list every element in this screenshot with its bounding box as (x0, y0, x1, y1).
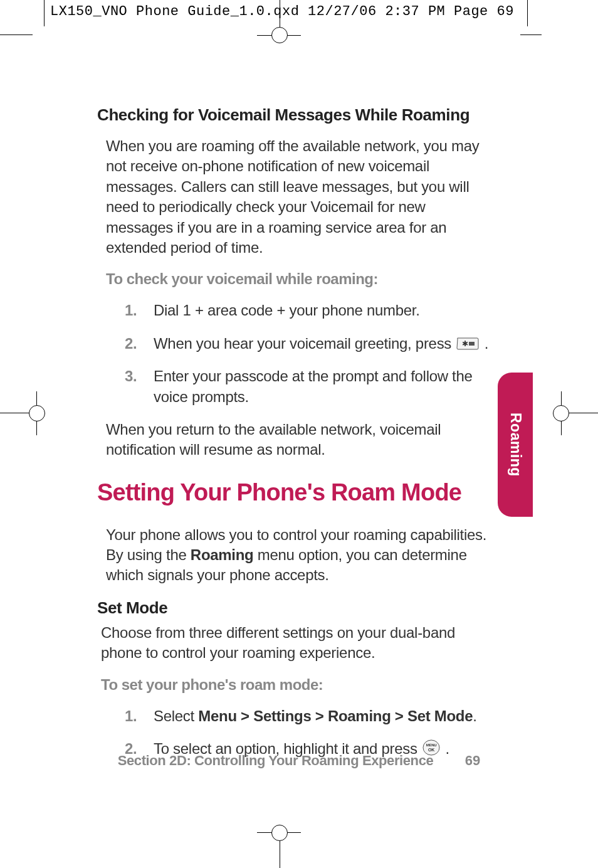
step-text-fragment: . (485, 335, 488, 352)
heading-checking-voicemail: Checking for Voicemail Messages While Ro… (97, 105, 492, 125)
step-item: 3. Enter your passcode at the prompt and… (125, 366, 492, 407)
page-footer: Section 2D: Controlling Your Roaming Exp… (0, 753, 598, 769)
heading-setting-roam-mode: Setting Your Phone's Roam Mode (97, 479, 492, 506)
subheading: To check your voicemail while roaming: (106, 270, 492, 288)
tab-label: Roaming (507, 413, 524, 477)
body-paragraph: Choose from three different settings on … (101, 623, 492, 664)
registration-mark-icon (29, 405, 45, 421)
page-content: Checking for Voicemail Messages While Ro… (97, 105, 492, 771)
crop-mark (520, 34, 542, 35)
registration-mark-icon (553, 405, 569, 421)
bold-term: Roaming (191, 546, 254, 563)
section-tab-roaming: Roaming (498, 373, 533, 517)
step-text: When you hear your voicemail greeting, p… (154, 334, 492, 354)
heading-set-mode: Set Mode (97, 598, 492, 618)
page-number: 69 (465, 753, 480, 768)
body-paragraph: Your phone allows you to control your ro… (106, 525, 492, 586)
svg-text:OK: OK (428, 748, 434, 752)
crop-mark (44, 0, 45, 26)
star-key-icon: ✱ (456, 337, 479, 351)
body-paragraph: When you are roaming off the available n… (106, 136, 492, 258)
text-fragment: Select (154, 707, 198, 724)
svg-text:✱: ✱ (462, 339, 468, 348)
step-number: 1. (125, 706, 140, 726)
text-fragment: . (473, 707, 476, 724)
step-item: 1. Dial 1 + area code + your phone numbe… (125, 300, 492, 320)
svg-text:MENU: MENU (426, 743, 436, 747)
ordered-steps: 1. Select Menu > Settings > Roaming > Se… (125, 706, 492, 760)
registration-mark-icon (271, 27, 288, 43)
step-number: 1. (125, 300, 140, 320)
step-number: 2. (125, 334, 140, 354)
crop-mark (0, 34, 33, 35)
file-slug: LX150_VNO Phone Guide_1.0.qxd 12/27/06 2… (50, 4, 514, 19)
step-item: 1. Select Menu > Settings > Roaming > Se… (125, 706, 492, 726)
manual-page: LX150_VNO Phone Guide_1.0.qxd 12/27/06 2… (0, 0, 598, 868)
step-text-fragment: When you hear your voicemail greeting, p… (154, 335, 455, 352)
step-text: Dial 1 + area code + your phone number. (154, 300, 492, 320)
registration-mark-icon (271, 825, 288, 841)
step-text: Enter your passcode at the prompt and fo… (154, 366, 492, 407)
step-number: 3. (125, 366, 140, 407)
ordered-steps: 1. Dial 1 + area code + your phone numbe… (125, 300, 492, 407)
step-text: Select Menu > Settings > Roaming > Set M… (154, 706, 492, 726)
svg-rect-1 (469, 342, 475, 346)
menu-path: Menu > Settings > Roaming > Set Mode (198, 707, 473, 724)
subheading: To set your phone's roam mode: (101, 676, 492, 694)
footer-section-title: Section 2D: Controlling Your Roaming Exp… (118, 753, 434, 768)
step-item: 2. When you hear your voicemail greeting… (125, 334, 492, 354)
body-paragraph: When you return to the available network… (106, 420, 492, 460)
crop-mark (527, 0, 528, 26)
